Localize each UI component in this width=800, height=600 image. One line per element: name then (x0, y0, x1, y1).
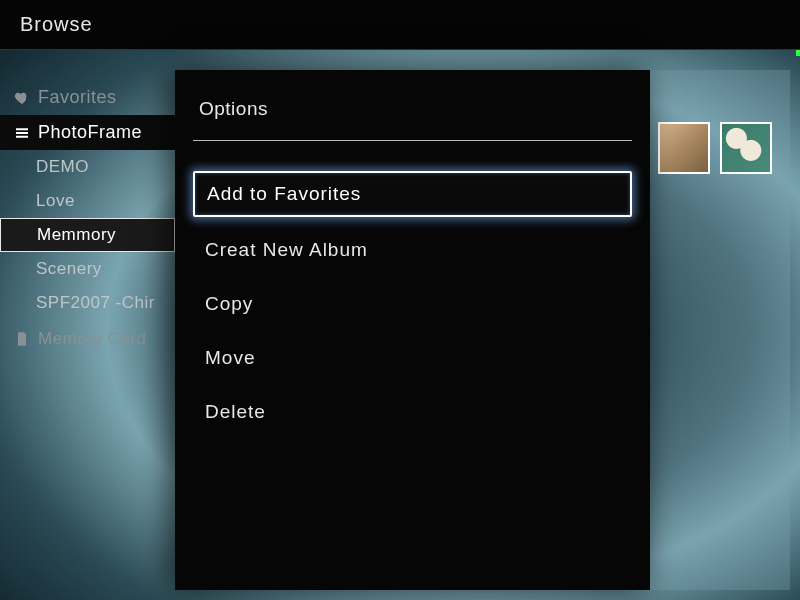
card-icon (14, 331, 30, 347)
sidebar-album-label: Love (36, 191, 75, 211)
option-label: Move (205, 347, 255, 368)
sidebar-item-photoframe[interactable]: PhotoFrame (0, 115, 175, 150)
option-label: Delete (205, 401, 266, 422)
sidebar-album-item[interactable]: DEMO (0, 150, 175, 184)
sidebar-album-label: Memmory (37, 225, 116, 245)
sidebar-album-label: DEMO (36, 157, 89, 177)
menu-icon (14, 125, 30, 141)
option-label: Add to Favorites (207, 183, 361, 204)
sidebar-item-memorycard[interactable]: Memory Card (0, 322, 175, 356)
options-popup: Options Add to Favorites Creat New Album… (175, 70, 650, 590)
sidebar-item-label: Memory Card (38, 329, 146, 349)
sidebar-album-item[interactable]: Scenery (0, 252, 175, 286)
sidebar-album-item-selected[interactable]: Memmory (0, 218, 175, 252)
sidebar-album-label: SPF2007 -Chir (36, 293, 155, 313)
sidebar-album-item[interactable]: SPF2007 -Chir (0, 286, 175, 320)
page-title: Browse (20, 13, 93, 36)
sidebar-item-label: Favorites (38, 87, 117, 108)
option-add-to-favorites[interactable]: Add to Favorites (193, 171, 632, 217)
option-copy[interactable]: Copy (193, 283, 632, 325)
option-delete[interactable]: Delete (193, 391, 632, 433)
sidebar-album-item[interactable]: Love (0, 184, 175, 218)
option-label: Copy (205, 293, 253, 314)
photo-thumbnail[interactable] (720, 122, 772, 174)
sidebar-item-favorites[interactable]: Favorites (0, 80, 175, 115)
photo-thumbnail[interactable] (658, 122, 710, 174)
sidebar-album-label: Scenery (36, 259, 102, 279)
option-create-new-album[interactable]: Creat New Album (193, 229, 632, 271)
title-bar: Browse (0, 0, 800, 50)
sidebar-item-label: PhotoFrame (38, 122, 142, 143)
sidebar: Favorites PhotoFrame DEMO Love Memmory S… (0, 80, 175, 356)
main-area: Favorites PhotoFrame DEMO Love Memmory S… (0, 50, 800, 600)
heart-icon (14, 90, 30, 106)
option-move[interactable]: Move (193, 337, 632, 379)
option-label: Creat New Album (205, 239, 368, 260)
popup-title: Options (193, 70, 632, 141)
